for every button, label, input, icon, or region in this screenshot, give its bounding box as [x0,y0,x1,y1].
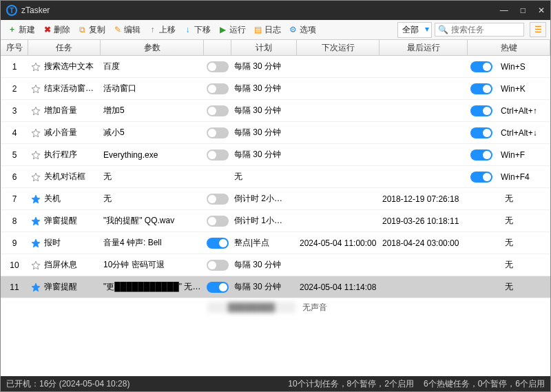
copy-button[interactable]: ⧉复制 [75,23,108,37]
cell-task: 搜索选中文本 [28,61,101,72]
cell-task: 关机对话框 [28,171,101,183]
window-title: zTasker [21,6,500,15]
star-icon[interactable] [31,106,41,116]
table-row[interactable]: 4减小音量减小5每隔 30 分钟Ctrl+Alt+↓ [1,122,550,144]
hotkey-toggle[interactable] [470,61,492,72]
table-row[interactable]: 6关机对话框无无Win+F4 [1,166,550,188]
cell-index: 9 [1,238,28,248]
cell-param: 无 [101,171,204,183]
titlebar: T zTasker — □ ✕ [1,1,550,20]
cell-param: 音量4 钟声: Bell [101,237,204,249]
cell-task: 报时 [28,237,101,249]
app-logo-icon: T [6,5,17,16]
star-icon[interactable] [31,260,41,270]
enable-toggle[interactable] [207,282,229,293]
table-row[interactable]: 8弹窗提醒"我的提醒" QQ.wav倒计时 1小…2019-03-26 10:1… [1,210,550,232]
header-param[interactable]: 参数 [101,40,204,55]
cell-last: 2018-04-24 03:00:00 [380,238,468,248]
star-icon[interactable] [31,194,41,204]
cell-hotkey: Win+F [468,149,550,161]
header-plan[interactable]: 计划 [231,40,297,55]
enable-toggle[interactable] [207,127,229,138]
star-icon[interactable] [31,238,41,248]
cell-index: 11 [1,282,28,292]
minimize-button[interactable]: — [500,6,508,15]
hotkey-toggle[interactable] [470,172,492,183]
cell-plan: 每隔 30 分钟 [231,281,297,293]
table-row[interactable]: 3增加音量增加5每隔 30 分钟Ctrl+Alt+↑ [1,100,550,122]
list-view-button[interactable]: ☰ [530,22,546,37]
table-row[interactable]: 2结束活动窗…活动窗口每隔 30 分钟Win+K [1,78,550,100]
enable-toggle[interactable] [207,105,229,116]
log-button[interactable]: ▤日志 [251,23,284,37]
star-icon[interactable] [31,172,41,182]
enable-toggle[interactable] [207,216,229,227]
status-bar: 已开机：16分 (2024-05-04 10:28) 10个计划任务，8个暂停，… [1,376,550,391]
cell-task: 关机 [28,193,101,205]
maximize-button[interactable]: □ [521,6,526,15]
close-button[interactable]: ✕ [538,6,545,15]
cell-index: 1 [1,62,28,72]
header-index[interactable]: 序号 [1,40,28,55]
table-row[interactable]: 5执行程序Everything.exe每隔 30 分钟Win+F [1,144,550,166]
cell-hotkey: 无 [468,281,550,293]
header-next[interactable]: 下次运行 [297,40,380,55]
cell-task: 执行程序 [28,149,101,161]
search-input[interactable] [451,25,521,34]
enable-toggle[interactable] [207,83,229,94]
plus-icon: + [8,25,17,34]
enable-toggle[interactable] [207,149,229,161]
delete-button[interactable]: ✖删除 [40,23,73,37]
cell-plan: 每隔 30 分钟 [231,105,297,116]
cell-hotkey: 无 [468,215,550,227]
search-box[interactable]: 🔍 [435,23,524,37]
cell-index: 7 [1,194,28,204]
move-down-button[interactable]: ↓下移 [180,23,214,37]
cell-task: 弹窗提醒 [28,281,101,293]
cell-plan: 整点|半点 [231,237,297,249]
arrow-down-icon: ↓ [183,25,192,34]
hotkey-toggle[interactable] [470,105,492,116]
table-row[interactable]: 1搜索选中文本百度每隔 30 分钟Win+S [1,56,550,78]
table-row[interactable]: 7关机无倒计时 2小…2018-12-19 07:26:18无 [1,188,550,210]
edit-button[interactable]: ✎编辑 [110,23,143,37]
list-icon: ☰ [534,25,542,34]
enable-toggle[interactable] [207,260,229,271]
hotkey-toggle[interactable] [470,127,492,138]
cell-param: "更███████████" 无… [101,281,204,293]
cell-hotkey: Win+K [468,83,550,94]
cell-hotkey: Win+S [468,61,550,72]
header-task[interactable]: 任务 [28,40,101,55]
cell-index: 10 [1,260,28,270]
filter-dropdown[interactable]: 全部 [397,22,432,38]
header-hotkey[interactable]: 热键 [468,40,550,55]
star-icon[interactable] [31,62,41,72]
star-icon[interactable] [31,216,41,226]
table-row[interactable]: 11弹窗提醒"更███████████" 无…每隔 30 分钟2024-05-0… [1,276,550,298]
star-icon[interactable] [31,84,41,94]
new-button[interactable]: +新建 [5,23,38,37]
options-button[interactable]: ⚙选项 [286,23,319,37]
cell-hotkey: Ctrl+Alt+↑ [468,105,550,116]
run-button[interactable]: ▶运行 [216,23,249,37]
enable-toggle[interactable] [207,194,229,205]
enable-toggle[interactable] [207,238,229,249]
enable-toggle[interactable] [207,61,229,72]
x-icon: ✖ [43,25,52,34]
move-up-button[interactable]: ↑上移 [145,23,178,37]
cell-last: 2019-03-26 10:18:11 [380,216,468,226]
table-row[interactable]: 10挡屏休息10分钟 密码可退每隔 30 分钟无 [1,254,550,276]
hotkey-toggle[interactable] [470,149,492,161]
hotkey-toggle[interactable] [470,83,492,94]
log-icon: ▤ [253,25,262,34]
star-icon[interactable] [31,282,41,292]
star-icon[interactable] [31,128,41,138]
star-icon[interactable] [31,150,41,160]
cell-hotkey: 无 [468,193,550,205]
status-plan-count: 10个计划任务，8个暂停，2个启用 [288,378,414,390]
toolbar: +新建 ✖删除 ⧉复制 ✎编辑 ↑上移 ↓下移 ▶运行 ▤日志 ⚙选项 全部 🔍… [1,20,550,40]
header-last[interactable]: 最后运行 [380,40,468,55]
table-row[interactable]: 9报时音量4 钟声: Bell整点|半点2024-05-04 11:00:002… [1,232,550,254]
cell-plan: 每隔 30 分钟 [231,127,297,138]
cell-index: 8 [1,216,28,226]
